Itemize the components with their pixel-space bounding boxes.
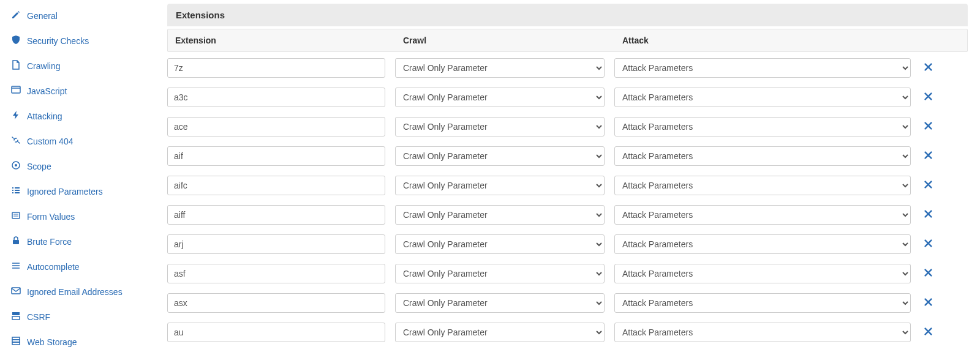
crawl-select[interactable]: Crawl Only Parameter (395, 234, 605, 254)
sidebar-item-javascript[interactable]: JavaScript (2, 79, 150, 103)
extension-input[interactable] (167, 264, 385, 283)
sidebar-item-label: Scope (27, 162, 51, 171)
close-icon (924, 210, 932, 220)
attack-select[interactable]: Attack Parameters (614, 264, 911, 283)
remove-row-button[interactable] (921, 61, 935, 75)
close-icon (924, 63, 932, 73)
remove-row-button[interactable] (921, 325, 935, 340)
sidebar-item-crawling[interactable]: Crawling (2, 54, 150, 78)
remove-row-button[interactable] (921, 90, 935, 105)
remove-row-button[interactable] (921, 237, 935, 252)
col-header-attack: Attack (622, 36, 960, 45)
crawl-select[interactable]: Crawl Only Parameter (395, 176, 605, 195)
rows-container: Crawl Only ParameterAttack ParametersCra… (167, 58, 968, 342)
table-row: Crawl Only ParameterAttack Parameters (167, 146, 968, 166)
window-icon (11, 85, 21, 97)
table-row: Crawl Only ParameterAttack Parameters (167, 234, 968, 254)
attack-select[interactable]: Attack Parameters (614, 234, 911, 254)
close-icon (924, 92, 932, 102)
extension-input[interactable] (167, 88, 385, 107)
close-icon (924, 298, 932, 308)
close-icon (924, 269, 932, 278)
remove-row-button[interactable] (921, 119, 935, 134)
table-row: Crawl Only ParameterAttack Parameters (167, 176, 968, 195)
attack-select[interactable]: Attack Parameters (614, 146, 911, 166)
mail-icon (11, 286, 21, 297)
file-icon (11, 60, 21, 72)
extension-input[interactable] (167, 323, 385, 342)
crawl-select[interactable]: Crawl Only Parameter (395, 293, 605, 313)
crawl-select[interactable]: Crawl Only Parameter (395, 323, 605, 342)
table-row: Crawl Only ParameterAttack Parameters (167, 293, 968, 313)
crawl-select[interactable]: Crawl Only Parameter (395, 117, 605, 136)
attack-select[interactable]: Attack Parameters (614, 88, 911, 107)
main-content: Extensions Extension Crawl Attack Crawl … (150, 0, 980, 355)
sidebar-item-scope[interactable]: Scope (2, 154, 150, 178)
shield-icon (11, 35, 21, 47)
sidebar-item-brute-force[interactable]: Brute Force (2, 230, 150, 253)
page-title: Extensions (167, 4, 968, 26)
attack-select[interactable]: Attack Parameters (614, 117, 911, 136)
extension-input[interactable] (167, 293, 385, 313)
remove-row-button[interactable] (921, 178, 935, 193)
edit-icon (11, 10, 21, 21)
sidebar-item-label: Crawling (27, 61, 60, 71)
sidebar-item-label: Attacking (27, 111, 62, 121)
crawl-select[interactable]: Crawl Only Parameter (395, 88, 605, 107)
extension-input[interactable] (167, 176, 385, 195)
list-icon (11, 185, 21, 197)
crawl-select[interactable]: Crawl Only Parameter (395, 205, 605, 225)
remove-row-button[interactable] (921, 207, 935, 222)
extension-input[interactable] (167, 234, 385, 254)
target-icon (11, 160, 21, 172)
close-icon (924, 327, 932, 337)
storage-icon (11, 336, 21, 348)
extension-input[interactable] (167, 58, 385, 78)
crawl-select[interactable]: Crawl Only Parameter (395, 58, 605, 78)
close-icon (924, 151, 932, 161)
extension-input[interactable] (167, 117, 385, 136)
table-row: Crawl Only ParameterAttack Parameters (167, 323, 968, 342)
sidebar-item-label: Custom 404 (27, 136, 73, 146)
crawl-select[interactable]: Crawl Only Parameter (395, 146, 605, 166)
sidebar-item-autocomplete[interactable]: Autocomplete (2, 255, 150, 278)
remove-row-button[interactable] (921, 149, 935, 163)
sidebar-item-label: CSRF (27, 312, 50, 322)
lines-icon (11, 261, 21, 272)
bolt-icon (11, 110, 21, 122)
sidebar-item-csrf[interactable]: CSRF (2, 305, 150, 329)
extension-input[interactable] (167, 205, 385, 225)
sidebar-item-ignored-emails[interactable]: Ignored Email Addresses (2, 280, 150, 304)
table-row: Crawl Only ParameterAttack Parameters (167, 264, 968, 283)
sidebar-item-form-values[interactable]: Form Values (2, 204, 150, 228)
sidebar-item-general[interactable]: General (2, 4, 150, 28)
sidebar-item-label: Ignored Parameters (27, 187, 103, 196)
attack-select[interactable]: Attack Parameters (614, 176, 911, 195)
link-broken-icon (11, 135, 21, 147)
table-row: Crawl Only ParameterAttack Parameters (167, 117, 968, 136)
remove-row-button[interactable] (921, 296, 935, 310)
sidebar-item-label: Web Storage (27, 337, 77, 347)
sidebar-item-web-storage[interactable]: Web Storage (2, 330, 150, 354)
form-icon (11, 211, 21, 222)
table-header: Extension Crawl Attack (167, 29, 968, 52)
attack-select[interactable]: Attack Parameters (614, 205, 911, 225)
col-header-extension: Extension (175, 36, 403, 45)
lock-icon (11, 236, 21, 247)
attack-select[interactable]: Attack Parameters (614, 58, 911, 78)
sidebar: GeneralSecurity ChecksCrawlingJavaScript… (0, 0, 150, 355)
attack-select[interactable]: Attack Parameters (614, 293, 911, 313)
sidebar-item-attacking[interactable]: Attacking (2, 104, 150, 128)
sidebar-item-custom404[interactable]: Custom 404 (2, 129, 150, 153)
table-row: Crawl Only ParameterAttack Parameters (167, 88, 968, 107)
extension-input[interactable] (167, 146, 385, 166)
sidebar-item-label: Autocomplete (27, 262, 80, 272)
attack-select[interactable]: Attack Parameters (614, 323, 911, 342)
sidebar-item-ignored-params[interactable]: Ignored Parameters (2, 179, 150, 203)
remove-row-button[interactable] (921, 266, 935, 281)
crawl-select[interactable]: Crawl Only Parameter (395, 264, 605, 283)
sidebar-item-label: JavaScript (27, 86, 67, 96)
table-row: Crawl Only ParameterAttack Parameters (167, 205, 968, 225)
sidebar-item-label: Form Values (27, 212, 75, 222)
sidebar-item-security[interactable]: Security Checks (2, 29, 150, 53)
